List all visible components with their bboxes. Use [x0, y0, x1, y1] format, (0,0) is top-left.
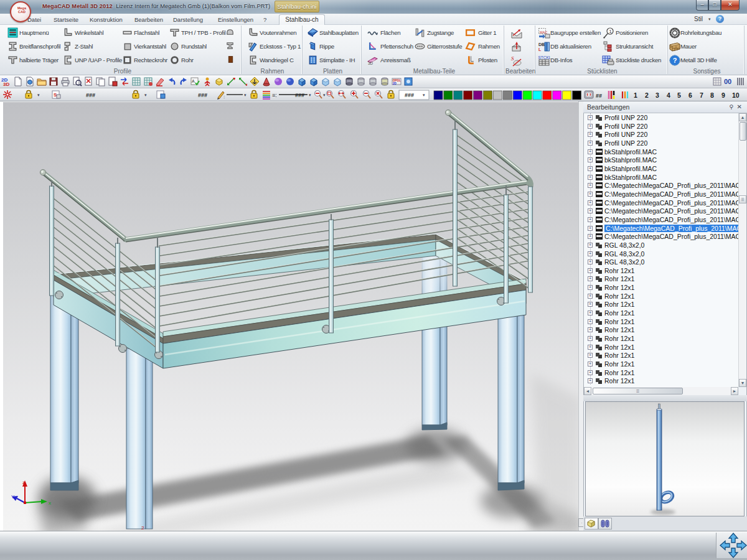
- svg-text:9: 9: [721, 91, 725, 99]
- svg-text:▾: ▾: [244, 93, 247, 97]
- svg-text:▾: ▾: [37, 93, 40, 97]
- svg-text:1: 1: [634, 91, 637, 99]
- svg-text:Y: Y: [11, 494, 15, 500]
- svg-text:3D: 3D: [3, 82, 9, 87]
- svg-text:4: 4: [667, 91, 670, 99]
- svg-text:5: 5: [677, 91, 681, 99]
- svg-text:###: ###: [198, 92, 207, 98]
- svg-text:7: 7: [700, 91, 703, 99]
- svg-text:▾: ▾: [423, 93, 425, 97]
- svg-text:≡:: ≡:: [272, 92, 277, 98]
- svg-text:▾: ▾: [323, 93, 326, 97]
- svg-text:x: x: [49, 500, 51, 506]
- svg-text::: :: [223, 94, 225, 100]
- svg-text:###: ###: [86, 92, 95, 98]
- svg-text:##: ##: [596, 93, 602, 99]
- svg-text:10: 10: [732, 91, 740, 99]
- svg-text:3: 3: [655, 91, 659, 99]
- svg-text:2: 2: [645, 91, 649, 99]
- svg-text:A: A: [192, 79, 195, 83]
- svg-text:###: ###: [405, 92, 414, 98]
- svg-text:▾: ▾: [309, 93, 311, 97]
- svg-text:6: 6: [688, 91, 692, 99]
- svg-text:2: 2: [141, 525, 144, 531]
- svg-text:8: 8: [710, 91, 714, 99]
- svg-text:###: ###: [295, 92, 304, 98]
- svg-text:z: z: [22, 480, 25, 485]
- svg-text:▾: ▾: [144, 93, 147, 97]
- svg-text:2D: 2D: [393, 82, 397, 85]
- svg-text:00: 00: [724, 78, 731, 85]
